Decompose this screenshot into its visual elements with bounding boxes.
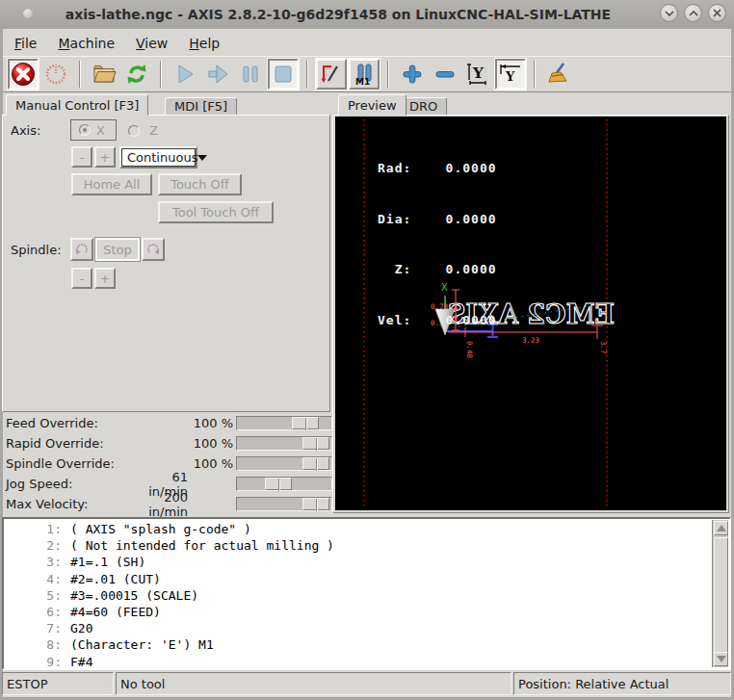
rapid-override-label: Rapid Override: xyxy=(6,436,135,451)
titlebar[interactable]: axis-lathe.ngc - AXIS 2.8.2-10-g6d29f145… xyxy=(0,0,734,29)
view-y2-button[interactable]: Y xyxy=(495,59,526,90)
estop-button[interactable] xyxy=(8,59,39,90)
toolbar-separator xyxy=(306,61,308,88)
gcode-line[interactable]: 8:(Character: 'E') M1 xyxy=(4,636,729,653)
gcode-line[interactable]: 1:( AXIS "splash g-code" ) xyxy=(4,521,729,537)
preview-panel: X EMC2 AXIS 0.78 0.3 0.48 3.23 3.7 xyxy=(332,115,729,513)
axis-x-radio[interactable]: X xyxy=(70,119,117,141)
status-tool: No tool xyxy=(116,672,511,695)
max-velocity-value: 200 in/min xyxy=(135,490,236,519)
step-program-button[interactable] xyxy=(202,59,233,90)
zoom-in-button[interactable] xyxy=(397,59,428,90)
stop-program-button[interactable] xyxy=(268,59,299,90)
spindle-plus-button[interactable]: + xyxy=(94,268,116,289)
gcode-line[interactable]: 7:G20 xyxy=(4,620,729,636)
pause-program-button[interactable] xyxy=(235,59,266,90)
menu-help[interactable]: Help xyxy=(189,36,220,51)
run-program-button[interactable] xyxy=(170,59,200,90)
dim-width-mid: 3.23 xyxy=(522,336,539,345)
triangle-up-icon xyxy=(717,525,726,531)
jog-mode-dropdown[interactable]: Continuous xyxy=(119,146,197,169)
pause-icon xyxy=(239,63,262,86)
run-icon xyxy=(173,63,197,86)
menu-file[interactable]: File xyxy=(14,36,37,51)
triangle-down-icon xyxy=(717,656,726,662)
slider-handle[interactable] xyxy=(302,437,329,450)
gcode-line[interactable]: 4:#2=.01 (CUT) xyxy=(4,571,729,587)
spindle-stop-button[interactable]: Stop xyxy=(95,238,140,261)
zoom-out-button[interactable] xyxy=(430,59,460,90)
optional-stop-m1-icon: M1 xyxy=(353,63,376,86)
clear-plot-button[interactable] xyxy=(543,59,574,90)
touch-off-button[interactable]: Touch Off xyxy=(158,173,242,195)
jog-speed-label: Jog Speed: xyxy=(6,477,135,491)
minimize-button[interactable] xyxy=(660,4,678,22)
view-y-icon: Y xyxy=(465,62,490,87)
rapid-override-slider[interactable] xyxy=(236,436,332,451)
feed-override-slider[interactable] xyxy=(236,416,332,430)
tab-dro[interactable]: DRO xyxy=(400,97,447,116)
radio-icon xyxy=(79,124,91,136)
tool-touch-off-button[interactable]: Tool Touch Off xyxy=(158,201,274,223)
close-button[interactable] xyxy=(708,4,726,22)
spindle-cw-button[interactable] xyxy=(142,238,165,261)
view-y-button[interactable]: Y xyxy=(462,59,493,90)
gcode-line[interactable]: 9:F#4 xyxy=(4,654,729,670)
spindle-minus-button[interactable]: - xyxy=(71,268,92,289)
gcode-scrollbar[interactable] xyxy=(712,520,728,667)
window-title: axis-lathe.ngc - AXIS 2.8.2-10-g6d29f145… xyxy=(48,7,628,22)
gcode-line[interactable]: 3:#1=.1 (SH) xyxy=(4,554,729,570)
home-all-button[interactable]: Home All xyxy=(71,173,152,195)
menu-view[interactable]: View xyxy=(136,36,168,51)
scroll-thumb[interactable] xyxy=(714,537,728,654)
status-position-mode: Position: Relative Actual xyxy=(513,672,731,695)
feed-override-row: Feed Override: 100 % xyxy=(6,413,332,433)
jog-speed-slider[interactable] xyxy=(236,477,332,491)
menu-machine[interactable]: Machine xyxy=(58,36,115,51)
estop-icon xyxy=(11,62,36,87)
slider-handle[interactable] xyxy=(302,498,329,510)
axis-z-radio[interactable]: Z xyxy=(128,123,158,138)
preview-canvas[interactable]: X EMC2 AXIS 0.78 0.3 0.48 3.23 3.7 xyxy=(335,117,726,510)
gcode-line[interactable]: 6:#4=60 (FEED) xyxy=(4,604,729,620)
gcode-line[interactable]: 2:( Not intended for actual milling ) xyxy=(4,537,729,554)
slider-handle[interactable] xyxy=(265,478,292,490)
power-icon xyxy=(44,63,67,86)
radio-icon xyxy=(128,125,140,137)
gcode-line[interactable]: 5:#3=.00015 (SCALE) xyxy=(4,587,729,604)
statusbar: ESTOP No tool Position: Relative Actual xyxy=(2,672,731,695)
step-icon xyxy=(206,63,229,86)
chevron-up-icon xyxy=(689,11,698,16)
manual-control-panel: Axis: X Z - + Continuous Home All Touch … xyxy=(2,115,330,412)
machine-power-button[interactable] xyxy=(40,59,71,90)
svg-text:M1: M1 xyxy=(355,77,370,86)
close-icon xyxy=(713,9,721,17)
tab-mdi[interactable]: MDI [F5] xyxy=(165,97,237,116)
maximize-button[interactable] xyxy=(684,4,702,22)
open-file-button[interactable] xyxy=(89,59,119,90)
scroll-up-button[interactable] xyxy=(714,521,728,535)
spindle-ccw-icon xyxy=(74,242,90,257)
scroll-down-button[interactable] xyxy=(714,652,728,666)
toolbar-separator xyxy=(387,61,389,88)
toolbar: M1 Y Y xyxy=(3,56,731,92)
spindle-ccw-button[interactable] xyxy=(70,238,93,261)
max-velocity-label: Max Velocity: xyxy=(6,497,135,511)
skip-lines-toggle[interactable] xyxy=(316,59,347,90)
reload-file-button[interactable] xyxy=(121,59,152,90)
jog-minus-button[interactable]: - xyxy=(71,146,92,168)
spindle-override-label: Spindle Override: xyxy=(6,456,135,471)
max-velocity-slider[interactable] xyxy=(236,497,332,511)
optional-stop-toggle[interactable]: M1 xyxy=(349,59,380,90)
tab-preview[interactable]: Preview xyxy=(338,94,406,116)
tab-manual-control[interactable]: Manual Control [F3] xyxy=(6,94,148,116)
svg-text:Y: Y xyxy=(505,69,515,84)
skip-lines-icon xyxy=(320,63,343,86)
slider-handle[interactable] xyxy=(292,417,319,429)
slider-handle[interactable] xyxy=(302,457,329,470)
jog-plus-button[interactable]: + xyxy=(94,146,116,168)
dro-z: Z: 0.0000 xyxy=(378,261,497,278)
gcode-listing[interactable]: 1:( AXIS "splash g-code" ) 2:( Not inten… xyxy=(2,517,731,670)
spindle-override-slider[interactable] xyxy=(236,456,332,471)
stop-icon xyxy=(272,63,295,86)
